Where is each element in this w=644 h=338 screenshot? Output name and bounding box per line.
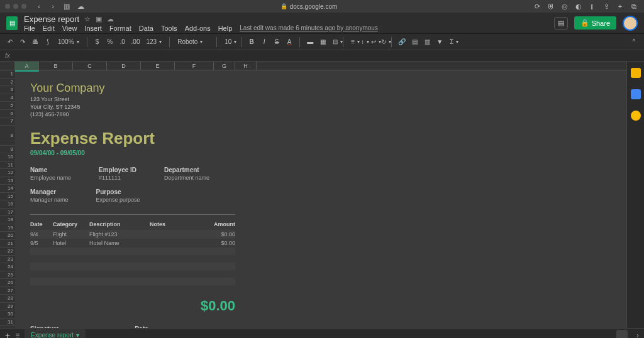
share-icon[interactable]: ⇪ bbox=[601, 1, 611, 11]
row-header[interactable]: 18 bbox=[0, 216, 15, 224]
new-tab-icon[interactable]: + bbox=[615, 1, 625, 11]
insert-chart-button[interactable]: ▥ bbox=[422, 36, 432, 48]
h-align-button[interactable]: ≡ bbox=[348, 38, 356, 45]
move-icon[interactable]: ▣ bbox=[96, 15, 102, 23]
row-header[interactable]: 15 bbox=[0, 193, 15, 201]
row-header[interactable]: 25 bbox=[0, 271, 15, 280]
row-header[interactable]: 10 bbox=[0, 153, 15, 161]
column-header-g[interactable]: G bbox=[214, 62, 235, 70]
row-header[interactable]: 12 bbox=[0, 169, 15, 177]
row-header[interactable]: 11 bbox=[0, 161, 15, 170]
row-header[interactable]: 3 bbox=[0, 86, 15, 94]
extension-icon[interactable]: ◎ bbox=[560, 1, 570, 11]
more-formats-select[interactable]: 123 bbox=[143, 38, 164, 45]
comment-history-button[interactable]: ▤ bbox=[554, 17, 568, 30]
tabs-icon[interactable]: ⧉ bbox=[629, 1, 639, 11]
address-bar[interactable]: 🔒 docs.google.com bbox=[89, 3, 528, 10]
menu-insert[interactable]: Insert bbox=[84, 25, 102, 32]
row-header[interactable]: 7 bbox=[0, 117, 15, 126]
text-color-button[interactable]: A bbox=[284, 36, 294, 48]
bookmark-icon[interactable]: ⫿ bbox=[587, 1, 597, 11]
borders-button[interactable]: ▦ bbox=[318, 36, 328, 48]
text-wrap-button[interactable]: ↩ bbox=[369, 38, 376, 45]
strikethrough-button[interactable]: S bbox=[272, 36, 282, 48]
row-header[interactable]: 16 bbox=[0, 200, 15, 209]
row-header[interactable]: 13 bbox=[0, 177, 15, 185]
back-button[interactable]: ‹ bbox=[34, 2, 44, 11]
column-header-d[interactable]: D bbox=[107, 62, 141, 70]
column-header-b[interactable]: B bbox=[39, 62, 73, 70]
column-header-a[interactable]: A bbox=[15, 62, 39, 70]
row-header[interactable]: 26 bbox=[0, 279, 15, 287]
column-header-c[interactable]: C bbox=[73, 62, 107, 70]
row-header[interactable]: 24 bbox=[0, 263, 15, 271]
row-header[interactable]: 31 bbox=[0, 319, 15, 327]
menu-edit[interactable]: Edit bbox=[43, 25, 55, 32]
redo-button[interactable]: ↷ bbox=[18, 36, 28, 48]
all-sheets-button[interactable]: ≡ bbox=[15, 331, 19, 339]
tasks-icon[interactable] bbox=[631, 111, 641, 121]
column-header-e[interactable]: E bbox=[141, 62, 175, 70]
row-header[interactable]: 21 bbox=[0, 240, 15, 248]
merge-cells-button[interactable]: ⊟ bbox=[330, 38, 338, 45]
row-header[interactable]: 19 bbox=[0, 224, 15, 232]
print-button[interactable]: 🖶 bbox=[30, 36, 40, 48]
row-header[interactable]: 22 bbox=[0, 248, 15, 256]
doc-title[interactable]: Expense report bbox=[24, 14, 79, 24]
menu-data[interactable]: Data bbox=[139, 25, 153, 32]
close-window-icon[interactable] bbox=[5, 4, 10, 9]
show-side-panel-button[interactable]: › bbox=[636, 331, 639, 339]
bold-button[interactable]: B bbox=[247, 36, 257, 48]
row-header[interactable]: 30 bbox=[0, 310, 15, 319]
sheets-logo-icon[interactable]: ▤ bbox=[6, 16, 18, 30]
select-all-corner[interactable] bbox=[0, 62, 15, 70]
maximize-window-icon[interactable] bbox=[21, 4, 26, 9]
add-sheet-button[interactable]: + bbox=[5, 330, 10, 339]
menu-help[interactable]: Help bbox=[218, 25, 233, 32]
calendar-icon[interactable] bbox=[631, 68, 641, 78]
menu-addons[interactable]: Add-ons bbox=[185, 25, 211, 32]
cloud-status-icon[interactable]: ☁ bbox=[107, 15, 114, 23]
text-rotate-button[interactable]: ↻ bbox=[379, 38, 386, 45]
increase-decimal-button[interactable]: .00 bbox=[130, 36, 142, 48]
row-header[interactable]: 17 bbox=[0, 209, 15, 217]
sidebar-toggle-icon[interactable]: ▥ bbox=[62, 2, 72, 11]
decrease-decimal-button[interactable]: .0 bbox=[118, 36, 128, 48]
sheet-canvas[interactable]: Your Company 123 Your Street Your City, … bbox=[15, 70, 626, 328]
row-header[interactable]: 9 bbox=[0, 146, 15, 154]
reload-button[interactable]: ⟳ bbox=[532, 2, 542, 11]
functions-button[interactable]: Σ bbox=[447, 38, 455, 45]
shield-icon[interactable]: ⛨ bbox=[546, 1, 556, 11]
formula-bar[interactable]: fx bbox=[0, 50, 644, 62]
forward-button[interactable]: › bbox=[48, 2, 58, 11]
menu-format[interactable]: Format bbox=[109, 25, 131, 32]
v-align-button[interactable]: ↕ bbox=[358, 38, 366, 45]
last-edit-link[interactable]: Last edit was made 6 minutes ago by anon… bbox=[240, 25, 378, 31]
menu-file[interactable]: File bbox=[24, 25, 35, 32]
column-header-h[interactable]: H bbox=[235, 62, 257, 70]
font-size-select[interactable]: 10 bbox=[222, 38, 236, 45]
cloud-icon[interactable]: ☁ bbox=[75, 2, 86, 11]
column-header-f[interactable]: F bbox=[175, 62, 214, 70]
row-header[interactable]: 1 bbox=[0, 70, 15, 79]
row-header[interactable]: 8 bbox=[0, 126, 15, 146]
zoom-select[interactable]: 100% bbox=[55, 38, 82, 45]
row-header[interactable]: 27 bbox=[0, 287, 15, 295]
fill-color-button[interactable]: ▬ bbox=[305, 36, 315, 48]
sheet-tab[interactable]: Expense report ▾ bbox=[25, 329, 86, 338]
row-header[interactable]: 29 bbox=[0, 303, 15, 311]
explore-button[interactable] bbox=[616, 330, 628, 339]
row-header[interactable]: 20 bbox=[0, 232, 15, 240]
font-select[interactable]: Roboto bbox=[175, 38, 211, 45]
row-header[interactable]: 5 bbox=[0, 102, 15, 110]
insert-comment-button[interactable]: ▤ bbox=[409, 36, 419, 48]
undo-button[interactable]: ↶ bbox=[5, 36, 15, 48]
paint-format-button[interactable]: ⟆ bbox=[43, 36, 53, 48]
minimize-window-icon[interactable] bbox=[13, 4, 18, 9]
menu-tools[interactable]: Tools bbox=[161, 25, 177, 32]
spreadsheet-grid[interactable]: A B C D E F G H 123456789101112131415161… bbox=[0, 62, 626, 328]
share-button[interactable]: 🔒 Share bbox=[574, 16, 616, 30]
keep-icon[interactable] bbox=[631, 89, 641, 99]
italic-button[interactable]: I bbox=[259, 36, 269, 48]
row-header[interactable]: 2 bbox=[0, 79, 15, 87]
